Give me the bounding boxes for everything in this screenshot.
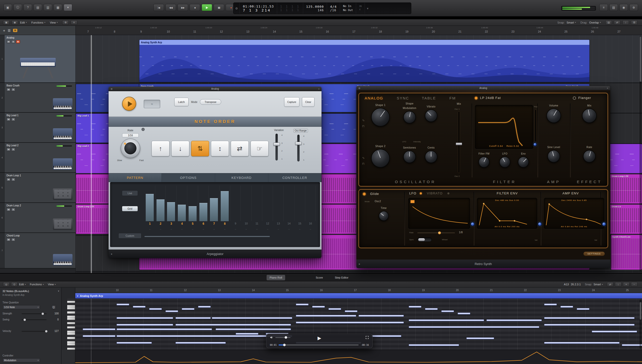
synth-tab-sync[interactable]: SYNC <box>397 96 409 100</box>
pattern-bar[interactable] <box>156 199 165 221</box>
playhead[interactable] <box>91 35 92 273</box>
midi-note[interactable] <box>425 308 438 310</box>
tab-piano-roll[interactable]: Piano Roll <box>267 275 285 280</box>
pattern-bar[interactable] <box>221 191 229 221</box>
solo-button[interactable]: S <box>11 88 15 91</box>
midi-note[interactable] <box>236 333 258 335</box>
mute-button[interactable]: M <box>7 88 11 91</box>
track-header-bass-crush[interactable]: 2Bass CrushMS <box>0 83 75 113</box>
controller-select[interactable]: Modulation▾ <box>3 358 40 362</box>
midi-note[interactable] <box>296 304 308 305</box>
custom-button[interactable]: Custom <box>118 233 141 238</box>
mute-button[interactable]: M <box>7 238 11 241</box>
osc-mix-slider[interactable] <box>458 111 460 173</box>
arrange-ruler[interactable]: 1:00:121:00:161:00:201:00:241:00:281:00:… <box>76 26 642 35</box>
speaker-icon[interactable] <box>270 336 273 339</box>
quantize-apply-button[interactable]: Q <box>51 305 56 309</box>
analog-synth-arp-region[interactable]: Analog Synth Arp <box>139 40 590 82</box>
midi-note[interactable] <box>577 308 589 310</box>
glide-mode-value[interactable]: Osc2 <box>375 200 381 203</box>
pr-zoom-in-icon[interactable]: + <box>623 282 629 287</box>
white-key[interactable] <box>67 316 75 318</box>
smart-controls-icon[interactable]: ▤ <box>34 4 42 11</box>
glide-power-icon[interactable] <box>363 192 366 196</box>
disclosure-icon[interactable]: ▸ <box>359 262 360 266</box>
catch-playhead-icon[interactable]: ▣ <box>3 20 10 25</box>
synth-tab-fm[interactable]: FM <box>449 96 456 100</box>
settings-button[interactable]: SETTINGS <box>583 252 605 256</box>
solo-button[interactable]: S <box>11 208 15 211</box>
synth-titlebar[interactable]: Analog ≡ <box>356 86 610 90</box>
zoom-presets-icon[interactable]: ⊞ <box>631 20 637 25</box>
arp-tab-controller[interactable]: CONTROLLER <box>268 173 322 182</box>
arp-play-button[interactable] <box>122 97 136 111</box>
midi-note[interactable] <box>176 317 211 319</box>
track-header-drum-loop-1[interactable]: 5Drum Loop 1MS <box>0 173 75 203</box>
order-as-played-button[interactable]: ☞ <box>251 141 269 156</box>
add-icon[interactable]: ⊕ <box>629 4 638 11</box>
midi-note[interactable] <box>458 313 470 314</box>
modulation-lane[interactable] <box>75 350 642 364</box>
arp-preset-display[interactable]: ≈ <box>144 100 160 108</box>
solo-button[interactable]: S <box>11 40 15 43</box>
order-up-down-button[interactable]: ⇅ <box>191 141 209 156</box>
white-key[interactable] <box>67 311 75 314</box>
arpeggiator-window[interactable]: Analog ≡ ≈ Latch Mode Transpose Capture … <box>109 87 322 258</box>
pr-zoom-out-icon[interactable]: − <box>631 282 637 287</box>
lfo-rate-slider[interactable] <box>417 232 455 233</box>
track-header-big-lead-2[interactable]: 4Big Lead 2MS <box>0 143 75 173</box>
mute-button[interactable]: M <box>7 40 11 43</box>
order-outside-in-button[interactable]: ↕ <box>211 141 229 156</box>
semitones-knob[interactable]: Semitones <box>399 145 420 163</box>
forward-button[interactable]: ▶▶ <box>178 4 188 11</box>
white-key[interactable] <box>67 337 75 339</box>
variation-slider[interactable] <box>275 134 278 161</box>
white-key[interactable] <box>67 307 75 309</box>
volume-slider[interactable] <box>275 337 290 338</box>
mode-select[interactable]: Transpose <box>200 99 221 105</box>
live-button[interactable]: Live <box>122 190 138 196</box>
track-header-big-lead-1[interactable]: 3Big Lead 1MS <box>0 113 75 143</box>
info-icon[interactable]: i <box>141 128 145 131</box>
lcd-mode-caret[interactable]: ▾ <box>365 3 370 14</box>
midi-note[interactable] <box>296 315 356 317</box>
midi-note[interactable] <box>409 344 459 346</box>
midi-note[interactable] <box>466 337 494 339</box>
target-icon[interactable]: ◉ <box>619 4 628 11</box>
white-key[interactable] <box>67 318 75 320</box>
pattern-scrollbar[interactable] <box>144 236 270 237</box>
midi-note[interactable] <box>176 324 291 326</box>
pattern-bar[interactable] <box>189 206 197 221</box>
black-key[interactable] <box>67 345 75 348</box>
clear-button[interactable]: Clear <box>302 97 314 107</box>
black-key[interactable] <box>67 303 75 305</box>
midi-note[interactable] <box>216 328 291 330</box>
midi-note[interactable] <box>359 315 404 317</box>
key-thumb[interactable] <box>533 143 537 146</box>
shape1-wave-icons[interactable]: ∿⊓ <box>362 118 365 128</box>
solo-button[interactable]: S <box>11 238 15 241</box>
effect-rate-knob[interactable]: Rate <box>578 145 601 163</box>
black-key[interactable] <box>67 339 75 341</box>
close-icon[interactable] <box>110 88 113 90</box>
amp-env-via-led[interactable] <box>602 222 606 226</box>
close-panel-icon[interactable]: × <box>64 4 72 11</box>
midi-note[interactable] <box>312 306 325 308</box>
lfo-header[interactable]: LFO <box>409 191 416 195</box>
strength-slider[interactable] <box>22 313 47 314</box>
white-key[interactable] <box>67 348 75 350</box>
time-quantize-select[interactable]: 1/16 Note▾ <box>3 305 40 309</box>
midi-note[interactable] <box>117 328 212 330</box>
white-key[interactable] <box>67 331 75 333</box>
link-icon[interactable]: ⊙ <box>11 282 18 287</box>
velocity-slider[interactable] <box>22 331 47 332</box>
pr-h-zoom-icon[interactable]: ⇄ <box>607 282 613 287</box>
track-volume-fader[interactable] <box>56 115 72 116</box>
white-key[interactable] <box>67 305 75 307</box>
disclosure-icon[interactable]: ▸ <box>111 252 113 256</box>
black-key[interactable] <box>67 328 75 331</box>
piano-roll-region-bar[interactable]: ▸ Analog Synth Arp <box>75 293 642 299</box>
arp-tab-options[interactable]: OPTIONS <box>162 173 215 182</box>
midi-note[interactable] <box>409 326 539 328</box>
order-down-button[interactable]: ↓ <box>171 141 189 156</box>
